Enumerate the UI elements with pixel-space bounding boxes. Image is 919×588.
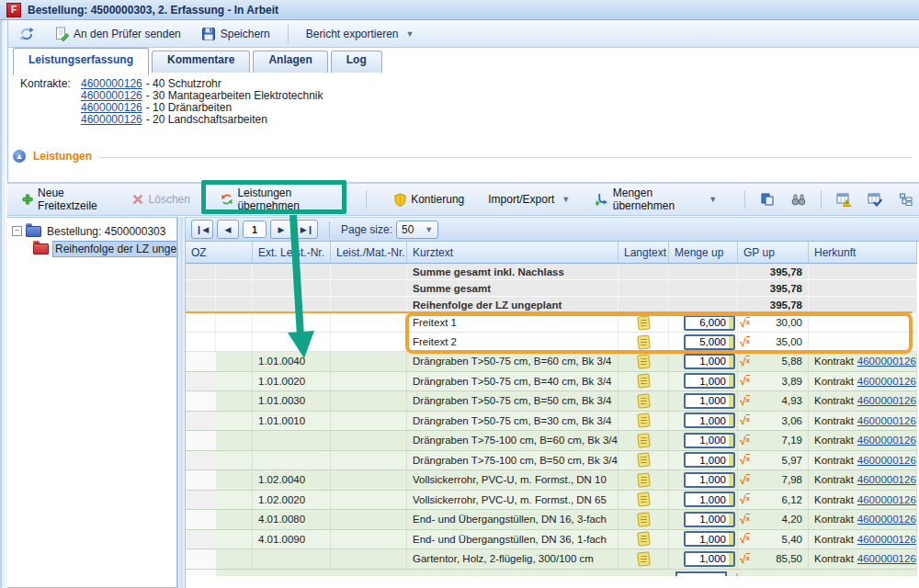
menge-input[interactable] [684,334,735,350]
refresh-button[interactable] [13,24,40,44]
contract-line: 4600000126 - 30 Mantagearbeiten Elektrot… [81,89,323,101]
take-services-button[interactable]: Leistungen übernehmen [215,183,346,216]
herkunft-contract-link[interactable]: 4600000126 [857,376,916,387]
row-handle-cell [186,431,216,450]
column-header-langtext[interactable]: Langtext [618,242,669,263]
menge-input[interactable] [684,354,735,369]
copy-grid-button[interactable] [754,188,780,210]
note-icon[interactable] [637,551,650,566]
note-icon[interactable] [637,315,650,330]
row-handle-cell [186,280,216,296]
menge-input[interactable] [684,393,735,409]
import-export-button[interactable]: Import/Export ▼ [482,189,575,209]
note-icon[interactable] [637,334,650,349]
note-icon[interactable] [637,492,650,507]
menge-input[interactable] [684,492,735,507]
panel-splitter[interactable] [177,217,186,588]
grid-check-button[interactable] [862,188,888,210]
new-freetext-row-button[interactable]: Neue Freitextzeile [17,183,120,216]
next-page-button[interactable]: ▶ [270,220,292,239]
contract-link[interactable]: 4600000126 [81,89,142,102]
contract-link[interactable]: 4600000126 [81,113,142,126]
column-header-gp-up[interactable]: GP up [738,242,809,263]
note-icon[interactable] [637,472,650,487]
herkunft-contract-link[interactable]: 4600000126 [857,395,916,406]
menge-input[interactable] [684,315,735,331]
transfer-arrows-icon [221,192,233,207]
herkunft-contract-link[interactable]: 4600000126 [857,435,916,446]
note-icon[interactable] [637,532,650,547]
first-page-button[interactable]: ❙◀ [191,220,213,239]
collapse-up-icon[interactable]: ▲ [13,150,26,163]
tab-log[interactable]: Log [331,51,382,73]
herkunft-label: Kontrakt [814,534,854,545]
tree-node-root[interactable]: − Bestellung: 4500000303 [7,222,176,240]
row-handle-cell [186,264,216,279]
herkunft-contract-link[interactable]: 4600000126 [857,494,916,505]
tab-kommentare[interactable]: Kommentare [152,51,250,73]
note-icon[interactable] [637,433,650,447]
herkunft-contract-link[interactable]: 4600000126 [857,415,916,426]
menge-input[interactable] [684,512,735,527]
column-header-leist-mat-nr[interactable]: Leist./Mat.-Nr. [331,242,407,263]
hierarchy-button[interactable] [893,188,919,210]
export-report-button[interactable]: Bericht exportieren ▼ [300,25,421,43]
folder-blue-icon [26,226,41,237]
menge-input[interactable] [684,433,735,448]
contract-desc: - 30 Mantagearbeiten Elektrotechnik [146,89,323,102]
column-header-menge-up[interactable]: Menge up [669,242,738,263]
contract-link[interactable]: 4600000126 [81,101,142,114]
note-icon[interactable] [637,413,650,428]
page-number-input[interactable] [243,220,267,238]
herkunft-cell [809,264,917,279]
herkunft-cell: Kontrakt 4600000126 [809,391,917,411]
take-quantities-button[interactable]: Mengen übernehmen ▼ [590,183,722,216]
menge-input[interactable] [684,452,735,468]
column-header-herkunft[interactable]: Herkunft [809,242,917,263]
kurztext-cell: Freitext 1 [407,313,618,332]
page-size-select[interactable]: 50 ▼ [396,220,438,239]
note-icon[interactable] [637,512,650,526]
menge-input[interactable] [684,531,735,547]
herkunft-contract-link[interactable]: 4600000126 [857,553,916,564]
herkunft-contract-link[interactable]: 4600000126 [857,455,916,466]
prev-page-button[interactable]: ◀ [217,220,239,239]
column-header-kurztext[interactable]: Kurztext [407,242,618,263]
herkunft-contract-link[interactable]: 4600000126 [857,474,916,485]
toolbar-separator [288,25,289,43]
column-header-ext-leist-nr[interactable]: Ext. Leist.-Nr. [253,242,331,263]
ext-nr-cell: 1.02.0040 [253,470,331,490]
menge-input[interactable] [684,413,735,428]
search-button[interactable] [786,188,811,210]
menge-input[interactable] [684,472,735,488]
tab-bar: Leistungserfassung Kommentare Anlagen Lo… [7,48,919,70]
herkunft-contract-link[interactable]: 4600000126 [857,514,916,525]
herkunft-contract-link[interactable]: 4600000126 [857,356,916,367]
send-to-reviewer-button[interactable]: An den Prüfer senden [48,24,187,44]
note-icon[interactable] [637,374,650,389]
tree-node-child[interactable]: Reihenfolge der LZ ungep [7,240,176,257]
tab-leistungserfassung[interactable]: Leistungserfassung [13,48,149,75]
delete-button: Löschen [126,189,196,209]
last-page-button[interactable]: ▶❙ [296,220,318,239]
note-icon[interactable] [637,453,650,468]
herkunft-contract-link[interactable]: 4600000126 [857,534,916,545]
tab-anlagen[interactable]: Anlagen [253,51,327,73]
menge-cell [669,451,738,470]
menge-input[interactable] [684,373,735,389]
oz-cell [216,280,253,296]
note-icon[interactable] [637,393,650,408]
menge-cell [669,549,738,569]
gp-value: 5,40 [782,534,802,545]
tree-expander-icon[interactable]: − [12,226,22,236]
note-icon[interactable] [637,354,650,368]
grid-warning-button[interactable] [831,188,857,210]
gp-cell: √x 3,89 [738,372,809,391]
contract-link[interactable]: 4600000126 [81,77,142,90]
column-header-oz[interactable]: OZ [186,242,253,263]
save-button[interactable]: Speichern [195,24,277,44]
gp-value: 3,89 [782,376,802,387]
kontierung-button[interactable]: Kontierung [389,189,470,210]
clipped-next-row: √ [186,570,917,576]
menge-input[interactable] [684,551,735,567]
